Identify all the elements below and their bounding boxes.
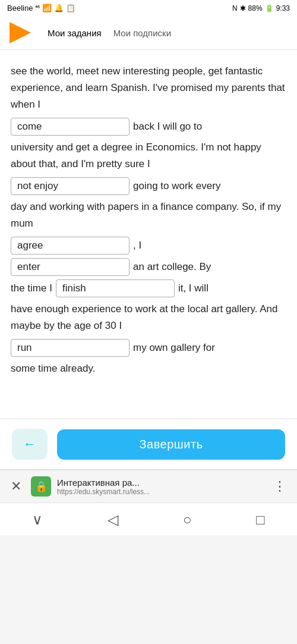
time-label: 9:33	[276, 4, 290, 12]
after-input-5: it, I will	[178, 280, 208, 296]
app-logo	[10, 22, 31, 43]
finish-button[interactable]: Завершить	[57, 429, 285, 460]
signal-label: ⁴⁶	[35, 4, 40, 12]
nav-my-tasks[interactable]: Мои задания	[48, 28, 102, 38]
fill-input-5[interactable]	[56, 279, 175, 297]
status-left: Beeline ⁴⁶ 📶 🔔 📋	[7, 4, 75, 12]
fill-input-3[interactable]	[11, 237, 129, 255]
browser-info: Интерактивная ра... https://edu.skysmart…	[57, 477, 264, 496]
paragraph-4: have enough experience to work at the lo…	[11, 301, 286, 334]
after-input-3: , I	[133, 237, 141, 253]
paragraph-3: day and working with papers in a finance…	[11, 199, 286, 232]
browser-bar: ✕ 🔒 Интерактивная ра... https://edu.skys…	[0, 470, 297, 502]
browser-lock-icon: 🔒	[31, 476, 51, 497]
paragraph-5: some time already.	[11, 360, 286, 377]
fill-input-2[interactable]	[11, 177, 129, 195]
nav-links: Мои задания Мои подписки	[48, 28, 171, 38]
back-button[interactable]: ←	[12, 429, 48, 460]
after-input-6: my own gallery for	[133, 340, 215, 356]
browser-title: Интерактивная ра...	[57, 477, 264, 488]
paragraph-1: see the world, meet new interesting peop…	[11, 63, 286, 113]
nav-chevron-down[interactable]: ∨	[20, 509, 55, 530]
fill-input-1[interactable]	[11, 118, 129, 136]
bottom-navigation: ∨ ◁ ○ □	[0, 502, 297, 535]
nav-recents-button[interactable]: □	[244, 509, 277, 530]
input-row-6: my own gallery for	[11, 339, 286, 357]
nav-home-button[interactable]: ○	[171, 509, 204, 530]
bluetooth-icon: ✱	[240, 4, 246, 12]
input-row-4: an art college. By	[11, 258, 286, 276]
status-right: N ✱ 88% 🔋 9:33	[232, 4, 290, 12]
screenshot-icon: 📋	[66, 4, 75, 12]
fill-input-4[interactable]	[11, 258, 129, 276]
status-bar: Beeline ⁴⁶ 📶 🔔 📋 N ✱ 88% 🔋 9:33	[0, 0, 297, 16]
input-row-3: , I	[11, 237, 286, 255]
exercise-content: see the world, meet new interesting peop…	[0, 50, 297, 419]
signal-bars: 📶	[42, 4, 52, 12]
browser-url: https://edu.skysmart.ru/less...	[57, 488, 264, 496]
action-bar: ← Завершить	[0, 419, 297, 469]
after-input-2: going to work every	[133, 178, 220, 194]
input-row-2: going to work every	[11, 177, 286, 195]
before-input-5: the time I	[11, 280, 52, 296]
input-row-1: back I will go to	[11, 118, 286, 136]
after-input-4: an art college. By	[133, 259, 211, 275]
nav-back-button[interactable]: ◁	[96, 509, 130, 530]
browser-menu-button[interactable]: ⋮	[270, 477, 290, 495]
nav-bar: Мои задания Мои подписки	[0, 16, 297, 50]
paragraph-2: university and get a degree in Economics…	[11, 139, 286, 172]
carrier-label: Beeline	[7, 4, 33, 12]
fill-input-6[interactable]	[11, 339, 129, 357]
after-input-1: back I will go to	[133, 118, 202, 134]
battery-label: 88%	[248, 4, 263, 12]
notifications-icon: 🔔	[54, 4, 64, 12]
input-row-5: the time I it, I will	[11, 279, 286, 297]
nav-my-subscriptions[interactable]: Мои подписки	[113, 28, 171, 38]
nfc-icon: N	[232, 4, 238, 12]
browser-close-button[interactable]: ✕	[7, 477, 25, 495]
battery-icon: 🔋	[265, 4, 274, 12]
